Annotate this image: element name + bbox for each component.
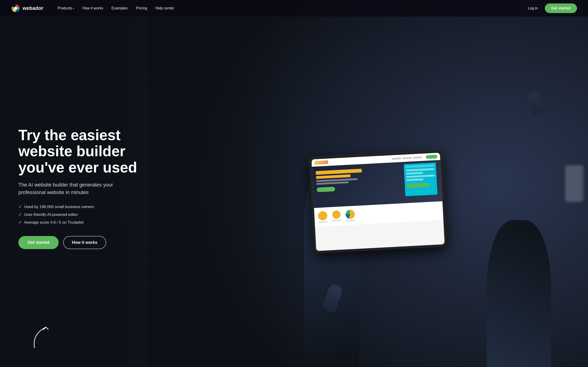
mini-h1-line1 xyxy=(316,169,362,175)
tablet-screen xyxy=(311,153,445,251)
hero-content: Try the easiest website builder you've e… xyxy=(0,100,161,267)
mini-sub-line1 xyxy=(316,178,358,182)
hero-bullet-1: ✓ Used by 198,000 small business owners xyxy=(18,204,142,209)
logo-icon xyxy=(11,4,20,13)
mini-nav-items xyxy=(392,156,422,160)
sleeve-right xyxy=(487,220,551,367)
mini-h1-line2 xyxy=(316,174,351,179)
mini-nav-item xyxy=(402,157,412,159)
hero-bullets: ✓ Used by 198,000 small business owners … xyxy=(18,204,142,225)
logo-text: webador xyxy=(23,5,43,11)
mini-nav-item xyxy=(392,157,401,160)
mini-popup-line xyxy=(406,175,435,178)
mini-feature-icon-3 xyxy=(346,209,355,219)
mini-popup-title xyxy=(406,165,434,168)
tablet-mockup xyxy=(309,150,447,253)
nav-link-how-it-works[interactable]: How it works xyxy=(79,4,107,12)
mini-feature-icon-2 xyxy=(332,210,341,219)
mini-popup-cta xyxy=(406,183,430,188)
person-silhouette xyxy=(279,0,588,367)
nav-link-products[interactable]: Products ▾ xyxy=(54,4,77,12)
checkmark-icon-2: ✓ xyxy=(18,212,22,217)
hero-photo-background xyxy=(147,0,588,367)
arrow-icon xyxy=(27,325,55,352)
checkmark-icon-3: ✓ xyxy=(18,220,22,225)
mini-popup-card xyxy=(404,163,438,196)
nav-link-pricing[interactable]: Pricing xyxy=(133,4,150,12)
hand-thumb-right xyxy=(527,91,544,116)
nav-link-examples[interactable]: Examples xyxy=(108,4,131,12)
hero-subtitle: The AI website builder that generates yo… xyxy=(18,181,138,196)
mini-hero-cta xyxy=(317,187,335,192)
mini-logo xyxy=(314,160,328,165)
mini-feature-label-1 xyxy=(318,221,328,223)
mini-sub-line2 xyxy=(316,181,348,185)
hero-arrow xyxy=(27,325,55,353)
mini-nav-item xyxy=(413,156,422,158)
mini-feature-label-2 xyxy=(332,219,341,221)
nav-links: Products ▾ How it works Examples Pricing… xyxy=(54,4,524,12)
mini-feature-1 xyxy=(318,211,328,223)
mini-popup-line xyxy=(406,178,424,181)
get-started-hero-button[interactable]: Get started xyxy=(18,236,59,249)
mini-popup-line xyxy=(406,168,434,171)
mini-hero xyxy=(312,160,443,208)
hero-title: Try the easiest website builder you've e… xyxy=(18,127,142,175)
mini-popup-lines xyxy=(406,168,435,181)
mini-feature-label-3 xyxy=(346,219,355,221)
nav-actions: Log in Get started xyxy=(525,3,577,13)
checkmark-icon-1: ✓ xyxy=(18,204,22,209)
hero-cta-row: Get started How it works xyxy=(18,236,142,249)
logo-link[interactable]: webador xyxy=(11,4,43,13)
mini-cta-btn xyxy=(426,155,438,159)
hero-bullet-2: ✓ User-friendly AI-powered editor xyxy=(18,212,142,217)
hero-section: Try the easiest website builder you've e… xyxy=(0,0,588,367)
how-it-works-button[interactable]: How it works xyxy=(63,236,106,249)
tablet-device xyxy=(309,150,447,253)
svg-point-1 xyxy=(14,7,17,10)
products-chevron-icon: ▾ xyxy=(73,7,74,10)
mini-feature-3 xyxy=(346,209,355,221)
hero-bullet-3: ✓ Average score 4.6 / 5 on Trustpilot xyxy=(18,220,142,225)
navbar: webador Products ▾ How it works Examples… xyxy=(0,0,588,17)
mini-popup-line xyxy=(406,172,423,175)
nav-link-help-center[interactable]: Help center xyxy=(152,4,177,12)
mini-feature-2 xyxy=(332,210,342,222)
mini-hero-text xyxy=(316,169,363,192)
mini-feature-icon-1 xyxy=(318,211,328,221)
get-started-nav-button[interactable]: Get started xyxy=(545,3,577,13)
login-button[interactable]: Log in xyxy=(525,4,541,12)
phone-blur xyxy=(565,165,583,202)
